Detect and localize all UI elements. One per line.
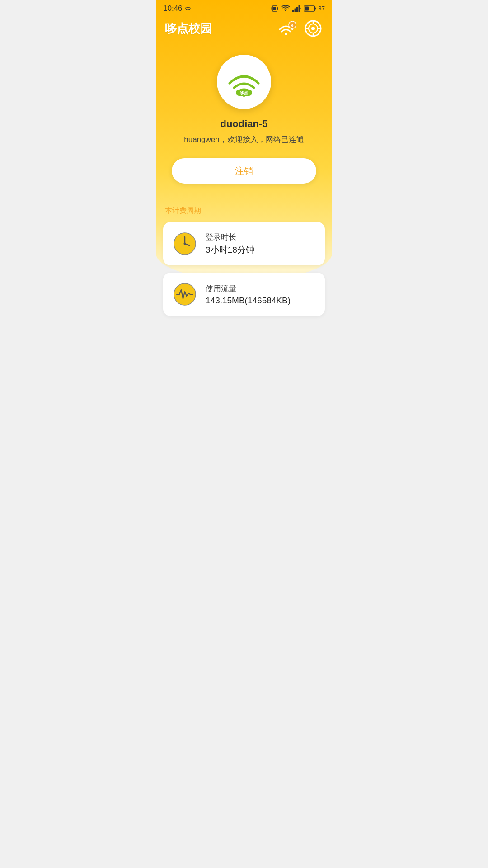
clock-icon (173, 232, 197, 255)
battery-icon (304, 5, 316, 12)
wifi-status-icon (281, 5, 290, 12)
status-infinity-icon: ∞ (185, 4, 191, 13)
svg-rect-6 (296, 7, 298, 12)
svg-rect-1 (273, 7, 276, 10)
header-icons: e (276, 19, 323, 38)
logo-inner: 哆点 (226, 66, 262, 98)
data-usage-card: 使用流量 143.15MB(146584KB) (163, 273, 325, 316)
cards-container: 登录时长 3小时18分钟 使用流量 143.15MB(146584KB) (156, 222, 332, 316)
svg-point-17 (311, 27, 315, 30)
svg-rect-2 (271, 7, 272, 10)
main-content: 哆点 duodian-5 huangwen，欢迎接入，网络已连通 注销 (156, 46, 332, 206)
wifi-speed-icon: e (276, 20, 296, 37)
svg-point-12 (285, 33, 287, 35)
status-time: 10:46 (163, 4, 183, 13)
battery-level: 37 (319, 5, 325, 12)
bottom-area (156, 316, 332, 452)
ssid-name: duodian-5 (220, 118, 267, 130)
app-title: 哆点校园 (165, 21, 212, 37)
svg-rect-5 (294, 8, 296, 12)
pulse-icon (173, 283, 197, 306)
svg-text:4G: 4G (300, 7, 301, 10)
status-right: 4G 37 (271, 5, 325, 13)
svg-text:哆点: 哆点 (240, 91, 248, 95)
svg-text:e: e (291, 23, 293, 28)
svg-rect-7 (298, 5, 300, 12)
login-duration-info: 登录时长 3小时18分钟 (206, 232, 254, 256)
login-duration-title: 登录时长 (206, 232, 254, 242)
vibrate-icon (271, 5, 279, 13)
status-left: 10:46 ∞ (163, 4, 191, 13)
billing-section: 本计费周期 (156, 206, 332, 222)
data-usage-value: 143.15MB(146584KB) (206, 296, 291, 306)
login-duration-card: 登录时长 3小时18分钟 (163, 222, 325, 265)
status-bar: 10:46 ∞ 4G 37 (156, 0, 332, 15)
clock-icon-container (172, 231, 197, 256)
pulse-icon-container (172, 282, 197, 307)
wifi-speed-button[interactable]: e (276, 19, 296, 38)
login-duration-value: 3小时18分钟 (206, 244, 254, 256)
svg-rect-11 (305, 6, 309, 10)
svg-rect-4 (292, 10, 294, 12)
svg-rect-10 (314, 7, 316, 9)
scan-icon (305, 20, 322, 37)
svg-point-29 (184, 243, 186, 245)
logo-wifi-icon: 哆点 (226, 66, 262, 98)
logo-circle: 哆点 (217, 55, 271, 109)
svg-rect-3 (277, 7, 278, 10)
data-usage-title: 使用流量 (206, 283, 291, 294)
signal-icon: 4G (292, 5, 301, 12)
welcome-text: huangwen，欢迎接入，网络已连通 (184, 134, 304, 145)
billing-section-label: 本计费周期 (165, 207, 201, 214)
data-usage-info: 使用流量 143.15MB(146584KB) (206, 283, 291, 306)
logout-button[interactable]: 注销 (172, 158, 316, 184)
scan-button[interactable] (303, 19, 323, 38)
app-header: 哆点校园 e (156, 15, 332, 46)
